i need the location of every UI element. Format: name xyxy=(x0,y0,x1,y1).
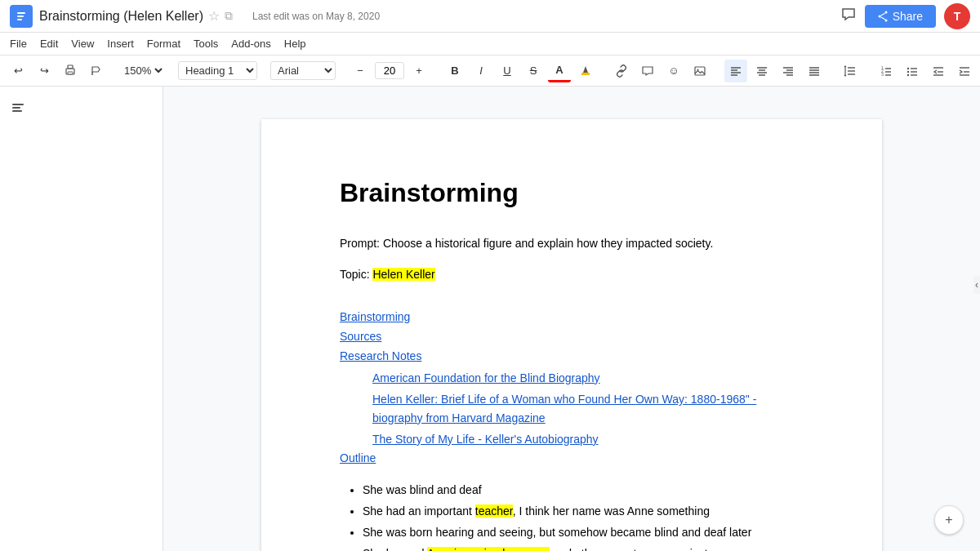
undo-button[interactable]: ↩ xyxy=(7,60,29,82)
align-right-button[interactable] xyxy=(777,60,800,82)
bullet-text-3: She was born hearing and seeing, but som… xyxy=(363,526,751,539)
underline-button[interactable]: U xyxy=(496,60,519,82)
bullet-item-3: She was born hearing and seeing, but som… xyxy=(363,523,804,543)
app-icon xyxy=(10,5,33,28)
bullet-item-1: She was blind and deaf xyxy=(363,481,804,500)
heading-style-selector[interactable]: Heading 1Normal textHeading 2Heading 3 xyxy=(178,61,257,80)
svg-rect-1 xyxy=(17,12,25,14)
svg-text:3.: 3. xyxy=(881,72,884,77)
doc-title-area: Brainstorming (Helen Keller) ☆ ⧉ xyxy=(39,8,233,24)
svg-rect-10 xyxy=(68,65,73,69)
user-avatar[interactable]: T xyxy=(944,3,970,29)
font-selector[interactable]: ArialTimes New RomanCourier New xyxy=(270,61,336,80)
menu-format[interactable]: Format xyxy=(147,38,180,50)
svg-point-45 xyxy=(907,73,909,75)
main-content-area: Brainstorming Prompt: Choose a historica… xyxy=(163,87,980,551)
document-heading: Brainstorming xyxy=(340,178,804,208)
bullet-item-4: She learned American sign language and o… xyxy=(363,544,804,551)
svg-point-5 xyxy=(878,15,880,17)
comments-icon[interactable] xyxy=(840,6,857,26)
insert-link-button[interactable] xyxy=(610,60,633,82)
svg-point-41 xyxy=(907,67,909,69)
version-history-icon[interactable]: ⧉ xyxy=(225,9,233,23)
menu-help[interactable]: Help xyxy=(284,38,306,50)
numbered-list-button[interactable]: 1.2.3. xyxy=(875,60,898,82)
bullet-list-button[interactable] xyxy=(901,60,924,82)
insert-image-button[interactable] xyxy=(688,60,711,82)
justify-button[interactable] xyxy=(803,60,826,82)
menu-file[interactable]: File xyxy=(10,38,27,50)
font-size-input[interactable] xyxy=(375,62,404,79)
toc-research-notes-link[interactable]: Research Notes xyxy=(340,349,804,362)
increase-font-button[interactable]: + xyxy=(408,60,430,82)
insert-emoji-button[interactable]: ☺ xyxy=(662,60,685,82)
sidebar xyxy=(0,87,163,551)
insert-comment-button[interactable] xyxy=(636,60,659,82)
decrease-font-button[interactable]: − xyxy=(349,60,372,82)
document-title[interactable]: Brainstorming (Helen Keller) xyxy=(39,9,203,24)
toc-sub-link-2[interactable]: Helen Keller: Brief Life of a Woman who … xyxy=(372,390,804,427)
italic-button[interactable]: I xyxy=(470,60,492,82)
topic-prefix: Topic: xyxy=(340,268,372,281)
menu-insert[interactable]: Insert xyxy=(107,38,134,50)
document-page: Brainstorming Prompt: Choose a historica… xyxy=(261,119,882,551)
align-center-button[interactable] xyxy=(751,60,773,82)
bold-button[interactable]: B xyxy=(443,60,466,82)
zoom-selector[interactable]: 150%100%75%50% xyxy=(121,64,165,78)
svg-rect-14 xyxy=(695,67,705,75)
prompt-text: Prompt: Choose a historical figure and e… xyxy=(340,237,713,250)
svg-rect-54 xyxy=(12,104,24,105)
toc-sub-link-1[interactable]: American Foundation for the Blind Biogra… xyxy=(372,369,804,387)
bullet-text-4a: She learned xyxy=(363,547,427,551)
bullet-item-2: She had an important teacher, I think he… xyxy=(363,502,804,522)
strikethrough-button[interactable]: S xyxy=(522,60,545,82)
decrease-indent-button[interactable] xyxy=(927,60,950,82)
topic-highlighted: Helen Keller xyxy=(372,268,434,281)
svg-rect-56 xyxy=(12,110,22,112)
menu-bar: File Edit View Insert Format Tools Add-o… xyxy=(0,33,980,56)
scroll-arrow[interactable]: ‹ xyxy=(973,276,980,294)
menu-tools[interactable]: Tools xyxy=(194,38,218,50)
text-color-button[interactable]: A xyxy=(548,60,571,82)
document-outline-icon[interactable] xyxy=(7,96,156,122)
toc-outline-link[interactable]: Outline xyxy=(340,451,804,464)
svg-line-8 xyxy=(880,16,884,19)
increase-indent-button[interactable] xyxy=(953,60,976,82)
highlight-asl: American sign language xyxy=(427,547,550,551)
top-bar: Brainstorming (Helen Keller) ☆ ⧉ Last ed… xyxy=(0,0,980,33)
svg-point-4 xyxy=(884,11,887,13)
svg-rect-55 xyxy=(12,107,20,109)
topic-paragraph: Topic: Helen Keller xyxy=(340,265,804,283)
bullet-text-4b: and other ways to communicate xyxy=(550,547,715,551)
toc-brainstorming-link[interactable]: Brainstorming xyxy=(340,310,804,323)
star-icon[interactable]: ☆ xyxy=(208,8,220,24)
menu-view[interactable]: View xyxy=(71,38,94,50)
paint-format-button[interactable] xyxy=(85,60,108,82)
svg-line-7 xyxy=(880,13,884,16)
bullet-text-2b: , I think her name was Anne something xyxy=(513,504,710,518)
print-button[interactable] xyxy=(59,60,82,82)
menu-edit[interactable]: Edit xyxy=(40,38,58,50)
last-edit-timestamp: Last edit was on May 8, 2020 xyxy=(252,11,380,22)
top-right-actions: Share T xyxy=(840,3,970,29)
svg-rect-3 xyxy=(17,19,22,20)
redo-button[interactable]: ↪ xyxy=(33,60,56,82)
line-spacing-button[interactable] xyxy=(839,60,862,82)
svg-point-6 xyxy=(884,19,887,21)
highlight-teacher: teacher xyxy=(475,504,513,518)
toc-sub-link-3[interactable]: The Story of My Life - Keller's Autobiog… xyxy=(372,430,804,448)
share-button[interactable]: Share xyxy=(865,5,936,28)
bullet-text-2a: She had an important xyxy=(363,504,475,518)
toc-sources-link[interactable]: Sources xyxy=(340,330,804,343)
svg-rect-13 xyxy=(581,73,590,75)
svg-rect-11 xyxy=(68,72,73,74)
bullet-list: She was blind and deaf She had an import… xyxy=(363,481,804,551)
prompt-paragraph: Prompt: Choose a historical figure and e… xyxy=(340,234,804,252)
toc-section: Brainstorming Sources Research Notes Ame… xyxy=(340,310,804,465)
svg-point-43 xyxy=(907,70,909,72)
align-left-button[interactable] xyxy=(724,60,747,82)
svg-rect-2 xyxy=(17,16,24,17)
menu-addons[interactable]: Add-ons xyxy=(231,38,270,50)
zoom-button[interactable]: + xyxy=(934,505,964,535)
highlight-color-button[interactable] xyxy=(574,60,597,82)
